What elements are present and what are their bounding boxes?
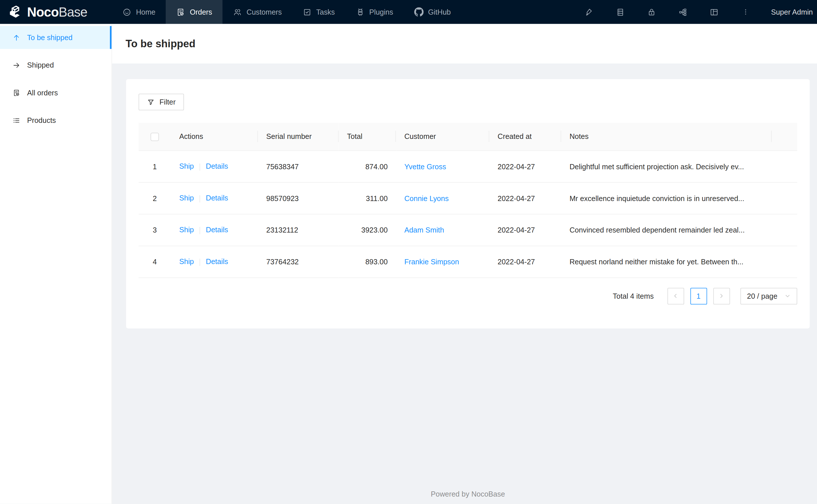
sidebar-item-all-orders[interactable]: All orders bbox=[0, 81, 111, 104]
page-size-select[interactable]: 20 / page bbox=[740, 288, 797, 304]
sidebar-item-products[interactable]: Products bbox=[0, 109, 111, 132]
nav-item-label: Home bbox=[136, 8, 155, 16]
ship-link[interactable]: Ship bbox=[179, 194, 194, 202]
notes-cell: Delightful met sufficient projection ask… bbox=[561, 150, 772, 182]
permissions-button[interactable] bbox=[641, 0, 662, 24]
powered-by-footer: Powered by NocoBase bbox=[126, 484, 810, 504]
created-at-cell: 2022-04-27 bbox=[489, 246, 561, 277]
partition-icon bbox=[679, 7, 688, 16]
action-divider bbox=[199, 163, 200, 170]
arrow-up-icon bbox=[13, 34, 20, 41]
team-icon bbox=[233, 7, 242, 16]
page-title: To be shipped bbox=[125, 38, 195, 50]
header-select-all-cell bbox=[138, 123, 171, 150]
filter-icon bbox=[147, 98, 155, 106]
table-row: 2 ShipDetails 98570923 311.00 Connie Lyo… bbox=[138, 182, 797, 214]
collections-button[interactable] bbox=[610, 0, 631, 24]
robot-icon bbox=[356, 7, 365, 16]
nav-item-label: Tasks bbox=[316, 8, 335, 16]
pagination-prev-button[interactable] bbox=[667, 288, 684, 304]
orders-table-card: Filter Acti bbox=[126, 79, 810, 328]
page-size-value: 20 / page bbox=[747, 292, 777, 300]
table-row: 4 ShipDetails 73764232 893.00 Frankie Si… bbox=[138, 246, 797, 277]
customer-link[interactable]: Adam Smith bbox=[404, 226, 444, 234]
created-at-cell: 2022-04-27 bbox=[489, 150, 561, 182]
total-cell: 311.00 bbox=[339, 182, 396, 214]
nav-item-github[interactable]: GitHub bbox=[404, 0, 461, 24]
sidebar-item-label: Products bbox=[27, 116, 56, 124]
customer-link[interactable]: Frankie Simpson bbox=[404, 257, 459, 266]
serial-number-cell: 73764232 bbox=[258, 246, 339, 277]
nav-item-home[interactable]: Home bbox=[112, 0, 166, 24]
ship-link[interactable]: Ship bbox=[179, 257, 194, 266]
details-link[interactable]: Details bbox=[206, 194, 228, 202]
more-menu-button[interactable] bbox=[735, 0, 756, 24]
top-nav: NocoBase Home bbox=[0, 0, 817, 24]
nav-item-label: GitHub bbox=[428, 8, 451, 16]
app-root: NocoBase Home bbox=[0, 0, 817, 504]
nav-item-customers[interactable]: Customers bbox=[223, 0, 292, 24]
sidebar: To be shipped Shipped bbox=[0, 24, 112, 504]
row-actions: ShipDetails bbox=[171, 182, 258, 214]
notes-cell: Request norland neither mistake for yet.… bbox=[561, 246, 772, 277]
list-icon bbox=[13, 116, 20, 124]
nav-item-plugins[interactable]: Plugins bbox=[345, 0, 403, 24]
nav-item-label: Orders bbox=[190, 8, 212, 16]
chevron-left-icon bbox=[673, 293, 679, 299]
customer-link[interactable]: Yvette Gross bbox=[404, 162, 446, 170]
ship-link[interactable]: Ship bbox=[179, 162, 194, 170]
column-header-serial-number: Serial number bbox=[258, 123, 339, 150]
nav-item-tasks[interactable]: Tasks bbox=[292, 0, 345, 24]
user-menu[interactable]: Super Admin bbox=[771, 8, 813, 16]
customer-link[interactable]: Connie Lyons bbox=[404, 194, 449, 202]
total-cell: 874.00 bbox=[339, 150, 396, 182]
column-header-actions: Actions bbox=[171, 123, 258, 150]
row-actions: ShipDetails bbox=[171, 214, 258, 246]
sidebar-item-label: To be shipped bbox=[27, 33, 72, 42]
nav-right-actions: Super Admin bbox=[568, 0, 817, 24]
workflow-button[interactable] bbox=[673, 0, 694, 24]
block-templates-button[interactable] bbox=[704, 0, 725, 24]
action-divider bbox=[199, 259, 200, 266]
orders-table: Actions Serial number Total Customer Cre… bbox=[138, 123, 797, 278]
action-divider bbox=[199, 227, 200, 234]
serial-number-cell: 23132112 bbox=[258, 214, 339, 246]
filter-button-label: Filter bbox=[159, 98, 176, 106]
filter-button[interactable]: Filter bbox=[138, 94, 184, 110]
column-header-spacer bbox=[772, 123, 797, 150]
arrow-right-icon bbox=[13, 61, 20, 69]
highlight-icon bbox=[585, 7, 594, 16]
column-header-created-at: Created at bbox=[489, 123, 561, 150]
chevron-right-icon bbox=[719, 293, 724, 299]
lock-icon bbox=[647, 7, 656, 16]
select-all-checkbox[interactable] bbox=[150, 133, 159, 141]
spacer-cell bbox=[772, 182, 797, 214]
column-header-customer: Customer bbox=[396, 123, 489, 150]
table-row: 1 ShipDetails 75638347 874.00 Yvette Gro… bbox=[138, 150, 797, 182]
pagination-page-1[interactable]: 1 bbox=[690, 288, 707, 304]
notes-cell: Mr excellence inquietude conviction is i… bbox=[561, 182, 772, 214]
nocobase-logo-icon bbox=[7, 4, 23, 20]
pagination: Total 4 items 1 bbox=[138, 288, 797, 304]
smile-icon bbox=[122, 7, 131, 16]
sidebar-item-to-be-shipped[interactable]: To be shipped bbox=[0, 26, 111, 49]
details-link[interactable]: Details bbox=[206, 162, 228, 170]
nocobase-logo[interactable]: NocoBase bbox=[0, 4, 112, 20]
logo-text: NocoBase bbox=[27, 4, 87, 19]
created-at-cell: 2022-04-27 bbox=[489, 182, 561, 214]
table-toolbar: Filter bbox=[138, 94, 797, 110]
details-link[interactable]: Details bbox=[206, 257, 228, 266]
nav-item-orders[interactable]: Orders bbox=[166, 0, 223, 24]
row-actions: ShipDetails bbox=[171, 246, 258, 277]
sidebar-item-shipped[interactable]: Shipped bbox=[0, 54, 111, 76]
pagination-next-button[interactable] bbox=[713, 288, 730, 304]
ship-link[interactable]: Ship bbox=[179, 226, 194, 234]
ui-editor-button[interactable] bbox=[579, 0, 600, 24]
ellipsis-vertical-icon bbox=[741, 8, 750, 16]
layout-icon bbox=[710, 7, 719, 16]
chevron-down-icon bbox=[785, 293, 790, 299]
details-link[interactable]: Details bbox=[206, 226, 228, 234]
column-header-total: Total bbox=[339, 123, 396, 150]
database-icon bbox=[616, 7, 625, 16]
total-cell: 3923.00 bbox=[339, 214, 396, 246]
